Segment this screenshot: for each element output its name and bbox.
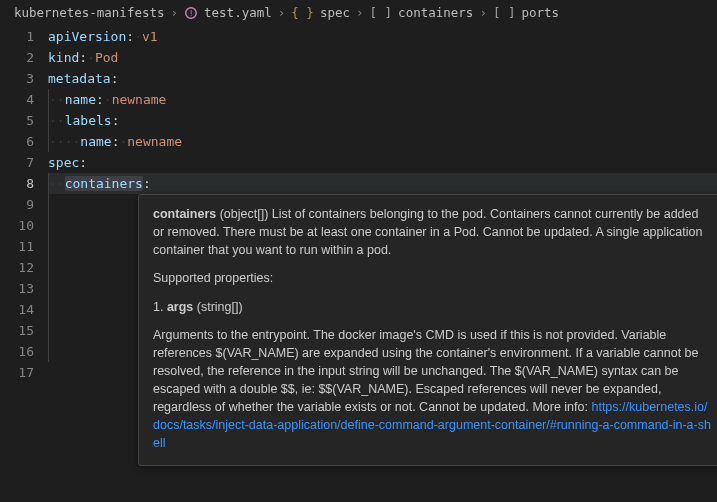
- line-number: 1: [0, 26, 34, 47]
- line-number: 15: [0, 320, 34, 341]
- svg-text:!: !: [189, 8, 194, 17]
- line-number: 9: [0, 194, 34, 215]
- breadcrumb-ports[interactable]: ports: [521, 5, 559, 20]
- code-line[interactable]: apiVersion:·v1: [48, 26, 717, 47]
- line-number: 4: [0, 89, 34, 110]
- code-line[interactable]: ··name:·newname: [48, 89, 717, 110]
- code-editor[interactable]: 1 2 3 4 5 6 7 8 9 10 11 12 13 14 15 16 1…: [0, 26, 717, 383]
- breadcrumb-folder[interactable]: kubernetes-manifests: [14, 5, 165, 20]
- line-number: 12: [0, 257, 34, 278]
- code-line[interactable]: ··labels:: [48, 110, 717, 131]
- line-number: 5: [0, 110, 34, 131]
- breadcrumb-file[interactable]: test.yaml: [204, 5, 272, 20]
- code-line[interactable]: kind:·Pod: [48, 47, 717, 68]
- code-line[interactable]: ····name:·newname: [48, 131, 717, 152]
- line-number: 10: [0, 215, 34, 236]
- yaml-file-icon: !: [184, 6, 198, 20]
- line-number: 6: [0, 131, 34, 152]
- hover-description: containers (object[]) List of containers…: [153, 205, 713, 259]
- line-number: 3: [0, 68, 34, 89]
- chevron-right-icon: ›: [278, 5, 286, 20]
- breadcrumb-containers[interactable]: containers: [398, 5, 473, 20]
- hover-args-description: Arguments to the entrypoint. The docker …: [153, 326, 713, 453]
- code-line[interactable]: spec:: [48, 152, 717, 173]
- breadcrumb-spec[interactable]: spec: [320, 5, 350, 20]
- hover-tooltip[interactable]: containers (object[]) List of containers…: [138, 194, 717, 466]
- line-number: 11: [0, 236, 34, 257]
- chevron-right-icon: ›: [479, 5, 487, 20]
- line-number: 14: [0, 299, 34, 320]
- line-number: 2: [0, 47, 34, 68]
- line-number: 13: [0, 278, 34, 299]
- braces-icon: { }: [291, 5, 314, 20]
- code-area[interactable]: apiVersion:·v1 kind:·Pod metadata: ··nam…: [48, 26, 717, 383]
- line-number: 8: [0, 173, 34, 194]
- chevron-right-icon: ›: [356, 5, 364, 20]
- chevron-right-icon: ›: [171, 5, 179, 20]
- code-line[interactable]: metadata:: [48, 68, 717, 89]
- line-number: 7: [0, 152, 34, 173]
- line-number: 16: [0, 341, 34, 362]
- hover-property-item: 1. args (string[]): [153, 298, 713, 316]
- brackets-icon: [ ]: [493, 5, 516, 20]
- hovered-symbol[interactable]: containers: [65, 176, 143, 191]
- code-line[interactable]: ··containers:: [48, 173, 717, 194]
- brackets-icon: [ ]: [370, 5, 393, 20]
- breadcrumb[interactable]: kubernetes-manifests › ! test.yaml › { }…: [0, 0, 717, 26]
- line-number: 17: [0, 362, 34, 383]
- hover-supported-heading: Supported properties:: [153, 269, 713, 287]
- line-number-gutter: 1 2 3 4 5 6 7 8 9 10 11 12 13 14 15 16 1…: [0, 26, 48, 383]
